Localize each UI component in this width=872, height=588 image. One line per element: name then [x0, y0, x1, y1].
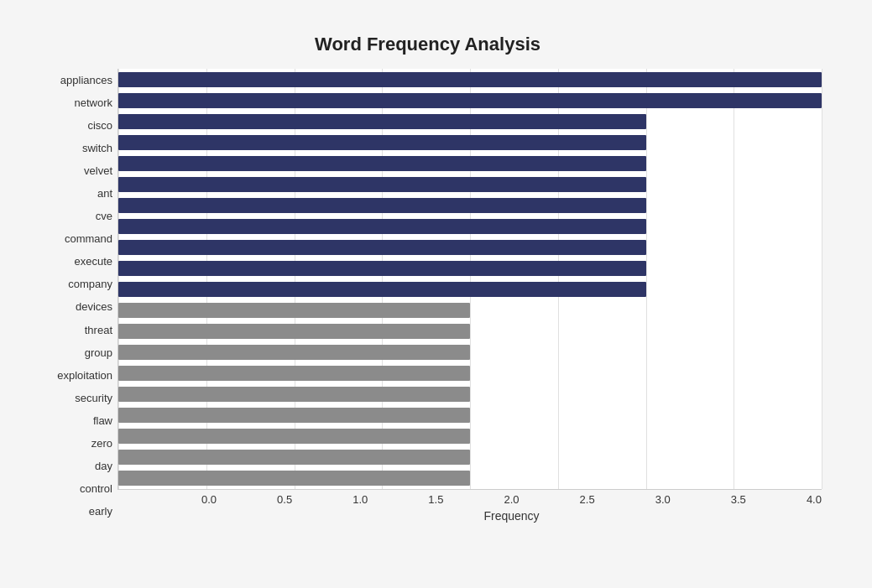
bars-area	[117, 69, 822, 490]
y-axis-label: velvet	[34, 161, 112, 181]
bar-row	[118, 363, 822, 383]
y-axis-label: devices	[34, 297, 112, 317]
bar-appliances	[118, 72, 822, 87]
x-tick: 0.0	[201, 493, 217, 506]
bar-day	[118, 429, 470, 444]
bar-threat	[118, 303, 470, 318]
bar-row	[118, 279, 822, 299]
y-axis-label: threat	[34, 320, 112, 340]
y-axis: appliancesnetworkciscoswitchvelvetantcve…	[34, 69, 117, 523]
bar-company	[118, 261, 646, 276]
y-axis-label: cisco	[34, 116, 112, 136]
x-tick: 1.5	[428, 493, 443, 506]
grid-line	[822, 69, 822, 489]
y-axis-label: early	[34, 501, 112, 521]
y-axis-label: group	[34, 342, 112, 362]
x-tick: 3.0	[655, 493, 671, 506]
x-tick: 2.0	[504, 493, 519, 506]
bar-row	[118, 154, 822, 174]
bar-row	[118, 216, 822, 237]
chart-container: Word Frequency Analysis appliancesnetwor…	[17, 17, 855, 588]
bar-row	[118, 133, 822, 153]
y-axis-label: command	[34, 229, 112, 249]
y-axis-label: company	[34, 274, 112, 294]
x-tick: 0.5	[277, 493, 292, 506]
bar-devices	[118, 282, 646, 297]
bar-row	[118, 258, 822, 278]
bar-cve	[118, 198, 646, 213]
bar-execute	[118, 240, 646, 255]
y-axis-label: network	[34, 93, 112, 113]
x-axis: 0.00.51.01.52.02.53.03.54.0	[117, 493, 822, 506]
bar-row	[118, 112, 822, 132]
x-tick: 3.5	[731, 493, 746, 506]
bar-command	[118, 219, 646, 234]
y-axis-label: exploitation	[34, 365, 112, 385]
bar-ant	[118, 177, 646, 192]
x-tick: 4.0	[807, 493, 822, 506]
bar-flaw	[118, 387, 470, 402]
bar-row	[118, 426, 822, 446]
bar-switch	[118, 135, 646, 150]
y-axis-label: zero	[34, 433, 112, 453]
bar-row	[118, 405, 822, 425]
bar-network	[118, 93, 822, 108]
y-axis-label: flaw	[34, 410, 112, 430]
y-axis-label: security	[34, 388, 112, 408]
bar-group	[118, 324, 470, 339]
bar-cisco	[118, 114, 646, 129]
y-axis-label: appliances	[34, 70, 112, 91]
bar-row	[118, 342, 822, 362]
y-axis-label: execute	[34, 252, 112, 272]
bar-zero	[118, 408, 470, 423]
chart-area: appliancesnetworkciscoswitchvelvetantcve…	[34, 69, 822, 523]
bar-velvet	[118, 156, 646, 171]
bar-control	[118, 450, 470, 465]
bar-row	[118, 447, 822, 467]
bar-early	[118, 471, 470, 486]
bar-row	[118, 321, 822, 341]
y-axis-label: switch	[34, 138, 112, 159]
y-axis-label: ant	[34, 184, 112, 204]
bar-row	[118, 237, 822, 258]
x-tick: 1.0	[352, 493, 368, 506]
y-axis-label: day	[34, 455, 112, 476]
bar-row	[118, 300, 822, 320]
x-axis-label: Frequency	[117, 509, 822, 523]
bar-row	[118, 91, 822, 111]
bar-row	[118, 384, 822, 404]
bar-row	[118, 70, 822, 90]
bar-security	[118, 366, 470, 381]
chart-title: Word Frequency Analysis	[34, 34, 822, 55]
x-tick: 2.5	[580, 493, 595, 506]
bar-row	[118, 195, 822, 216]
y-axis-label: cve	[34, 206, 112, 226]
y-axis-label: control	[34, 478, 112, 498]
bar-row	[118, 174, 822, 195]
bar-exploitation	[118, 345, 470, 360]
bar-row	[118, 468, 822, 488]
